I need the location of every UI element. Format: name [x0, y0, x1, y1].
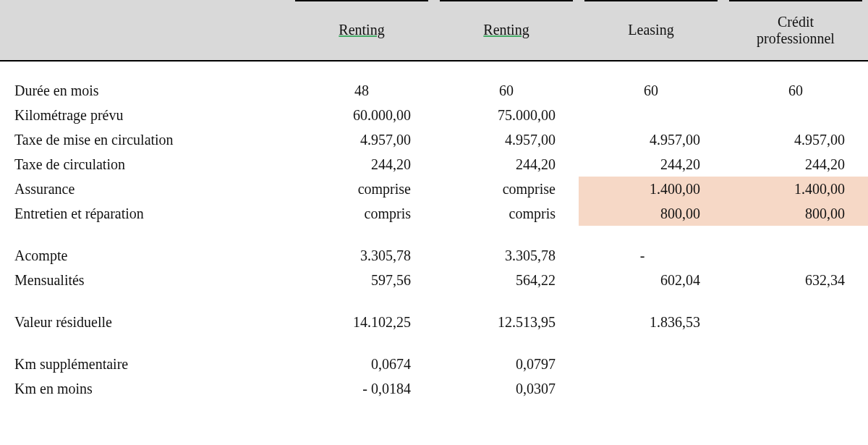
cell: 4.957,00: [289, 127, 434, 152]
header-renting-1: Renting: [289, 0, 434, 61]
row-km-sup: Km supplémentaire 0,0674 0,0797: [0, 352, 868, 376]
row-tc: Taxe de circulation 244,20 244,20 244,20…: [0, 152, 868, 177]
cell: [579, 103, 723, 127]
cell: 4.957,00: [434, 127, 579, 152]
cell: 60: [579, 78, 723, 103]
cell: 632,34: [723, 268, 868, 292]
label-entretien: Entretien et réparation: [0, 201, 289, 226]
cell: 244,20: [289, 152, 434, 177]
cell: 48: [289, 78, 434, 103]
cell-highlight: 800,00: [723, 201, 868, 226]
cell: [723, 352, 868, 376]
header-row: Renting Renting Leasing Crédit professio…: [0, 0, 868, 61]
cell: 0,0797: [434, 352, 579, 376]
label-km-sup: Km supplémentaire: [0, 352, 289, 376]
label-mensualites: Mensualités: [0, 268, 289, 292]
cell: 602,04: [579, 268, 723, 292]
cell: compris: [289, 201, 434, 226]
header-renting-2: Renting: [434, 0, 579, 61]
header-leasing: Leasing: [579, 0, 723, 61]
row-duree: Durée en mois 48 60 60 60: [0, 78, 868, 103]
financing-comparison-table: Renting Renting Leasing Crédit professio…: [0, 0, 868, 401]
row-valeur-residuelle: Valeur résiduelle 14.102,25 12.513,95 1.…: [0, 310, 868, 334]
cell: -: [579, 243, 723, 268]
cell: 60.000,00: [289, 103, 434, 127]
cell: 1.836,53: [579, 310, 723, 334]
label-km-prevu: Kilométrage prévu: [0, 103, 289, 127]
cell-highlight: 800,00: [579, 201, 723, 226]
label-tmc: Taxe de mise en circulation: [0, 127, 289, 152]
cell: compris: [434, 201, 579, 226]
label-acompte: Acompte: [0, 243, 289, 268]
cell: 75.000,00: [434, 103, 579, 127]
cell: 12.513,95: [434, 310, 579, 334]
label-km-moins: Km en moins: [0, 376, 289, 401]
cell: 244,20: [434, 152, 579, 177]
cell: 4.957,00: [579, 127, 723, 152]
label-vr: Valeur résiduelle: [0, 310, 289, 334]
row-mensualites: Mensualités 597,56 564,22 602,04 632,34: [0, 268, 868, 292]
row-assurance: Assurance comprise comprise 1.400,00 1.4…: [0, 177, 868, 201]
cell: comprise: [289, 177, 434, 201]
row-entretien: Entretien et réparation compris compris …: [0, 201, 868, 226]
cell: 4.957,00: [723, 127, 868, 152]
cell: 0,0674: [289, 352, 434, 376]
cell: 14.102,25: [289, 310, 434, 334]
label-assurance: Assurance: [0, 177, 289, 201]
header-credit-pro: Crédit professionnel: [723, 0, 868, 61]
cell: 244,20: [723, 152, 868, 177]
cell: [579, 376, 723, 401]
cell: 60: [434, 78, 579, 103]
label-duree: Durée en mois: [0, 78, 289, 103]
row-km-prevu: Kilométrage prévu 60.000,00 75.000,00: [0, 103, 868, 127]
cell: comprise: [434, 177, 579, 201]
cell: [723, 376, 868, 401]
cell: 3.305,78: [434, 243, 579, 268]
row-acompte: Acompte 3.305,78 3.305,78 -: [0, 243, 868, 268]
cell: - 0,0184: [289, 376, 434, 401]
cell: 0,0307: [434, 376, 579, 401]
cell: [579, 352, 723, 376]
cell: 3.305,78: [289, 243, 434, 268]
label-tc: Taxe de circulation: [0, 152, 289, 177]
cell: [723, 103, 868, 127]
cell: 244,20: [579, 152, 723, 177]
cell: 60: [723, 78, 868, 103]
row-tmc: Taxe de mise en circulation 4.957,00 4.9…: [0, 127, 868, 152]
cell: [723, 243, 868, 268]
cell: 597,56: [289, 268, 434, 292]
header-blank: [0, 0, 289, 61]
cell: 564,22: [434, 268, 579, 292]
cell-highlight: 1.400,00: [579, 177, 723, 201]
row-km-moins: Km en moins - 0,0184 0,0307: [0, 376, 868, 401]
cell: [723, 310, 868, 334]
cell-highlight: 1.400,00: [723, 177, 868, 201]
